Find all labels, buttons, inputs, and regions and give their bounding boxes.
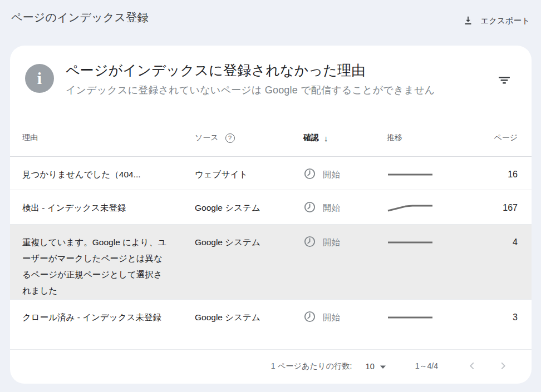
validation-cell: 開始	[303, 167, 387, 182]
rows-per-page-value: 10	[366, 362, 375, 371]
pages-count-cell: 167	[448, 200, 518, 216]
clock-pending-icon	[303, 167, 316, 182]
export-button[interactable]: エクスポート	[460, 11, 532, 30]
table-row[interactable]: 重複しています。Google により、ユーザーがマークしたページとは異なるページ…	[10, 225, 532, 300]
help-icon[interactable]: ?	[225, 133, 235, 143]
reason-cell: 検出 - インデックス未登録	[22, 200, 195, 216]
download-icon	[462, 14, 474, 27]
reason-cell: 見つかりませんでした（404...	[22, 166, 195, 182]
page-indexing-screen: ページのインデックス登録 エクスポート i ページがインデックスに登録されなかっ…	[0, 0, 541, 392]
source-cell: ウェブサイト	[195, 166, 303, 182]
trend-cell	[387, 309, 448, 323]
column-header-trend[interactable]: 推移	[387, 133, 448, 143]
pages-count-cell: 3	[448, 309, 518, 325]
trend-sparkline	[387, 169, 434, 180]
validation-cell: 開始	[303, 201, 387, 216]
column-header-trend-label: 推移	[387, 133, 402, 143]
column-header-validation-label: 確認	[303, 133, 319, 143]
reason-cell: 重複しています。Google により、ユーザーがマークしたページとは異なるページ…	[22, 234, 195, 299]
column-header-reason[interactable]: 理由	[22, 133, 195, 143]
trend-cell	[387, 166, 448, 180]
column-header-pages[interactable]: ページ	[448, 133, 518, 143]
not-indexed-reasons-card: i ページがインデックスに登録されなかった理由 インデックスに登録されていないペ…	[10, 46, 532, 384]
info-icon: i	[25, 64, 54, 93]
next-page-button[interactable]	[496, 359, 510, 374]
table-row[interactable]: クロール済み - インデックス未登録 Google システム 開始	[10, 300, 532, 350]
validation-cell: 開始	[303, 235, 387, 250]
trend-sparkline	[387, 202, 434, 214]
sort-descending-icon: ↓	[324, 133, 328, 143]
validation-status-label: 開始	[323, 312, 340, 324]
column-header-source[interactable]: ソース ?	[195, 133, 303, 143]
column-header-validation[interactable]: 確認 ↓	[303, 133, 387, 143]
filter-button[interactable]	[494, 70, 515, 91]
validation-cell: 開始	[303, 310, 387, 325]
previous-page-button[interactable]	[465, 359, 479, 374]
validation-status-label: 開始	[323, 169, 340, 181]
table-pagination: 1 ページあたりの行数: 10 1～4/4	[10, 349, 532, 384]
table-row[interactable]: 見つかりませんでした（404... ウェブサイト 開始	[10, 157, 532, 190]
clock-pending-icon	[303, 201, 316, 216]
column-header-pages-label: ページ	[494, 133, 518, 143]
table-row[interactable]: 検出 - インデックス未登録 Google システム 開始	[10, 190, 532, 225]
column-header-reason-label: 理由	[22, 133, 38, 143]
pages-count-cell: 16	[448, 166, 518, 182]
reason-cell: クロール済み - インデックス未登録	[22, 309, 195, 325]
validation-status-label: 開始	[323, 202, 340, 214]
validation-status-label: 開始	[323, 237, 340, 249]
chevron-left-icon	[466, 360, 478, 374]
clock-pending-icon	[303, 310, 316, 325]
source-cell: Google システム	[195, 234, 303, 250]
clock-pending-icon	[303, 235, 316, 250]
card-subtitle: インデックスに登録されていないページは Google で配信することができません	[66, 83, 435, 97]
table-body: 見つかりませんでした（404... ウェブサイト 開始	[10, 157, 532, 350]
rows-per-page-select[interactable]: 10	[366, 362, 386, 371]
page-title: ページのインデックス登録	[11, 10, 149, 25]
filter-icon	[497, 74, 512, 88]
chevron-right-icon	[497, 360, 509, 374]
trend-cell	[387, 234, 448, 248]
trend-sparkline	[387, 312, 434, 323]
column-header-source-label: ソース	[195, 133, 219, 143]
export-button-label: エクスポート	[480, 16, 530, 26]
table-header-row: 理由 ソース ? 確認 ↓ 推移 ページ	[10, 120, 532, 157]
source-cell: Google システム	[195, 309, 303, 325]
trend-sparkline	[387, 237, 434, 248]
pages-count-cell: 4	[448, 234, 518, 250]
dropdown-arrow-icon	[380, 362, 386, 371]
info-icon-glyph: i	[37, 69, 42, 88]
help-icon-glyph: ?	[228, 135, 232, 141]
card-title: ページがインデックスに登録されなかった理由	[66, 61, 366, 80]
trend-cell	[387, 200, 448, 214]
source-cell: Google システム	[195, 200, 303, 216]
pagination-range-label: 1～4/4	[415, 361, 438, 371]
rows-per-page-label: 1 ページあたりの行数:	[271, 361, 352, 371]
